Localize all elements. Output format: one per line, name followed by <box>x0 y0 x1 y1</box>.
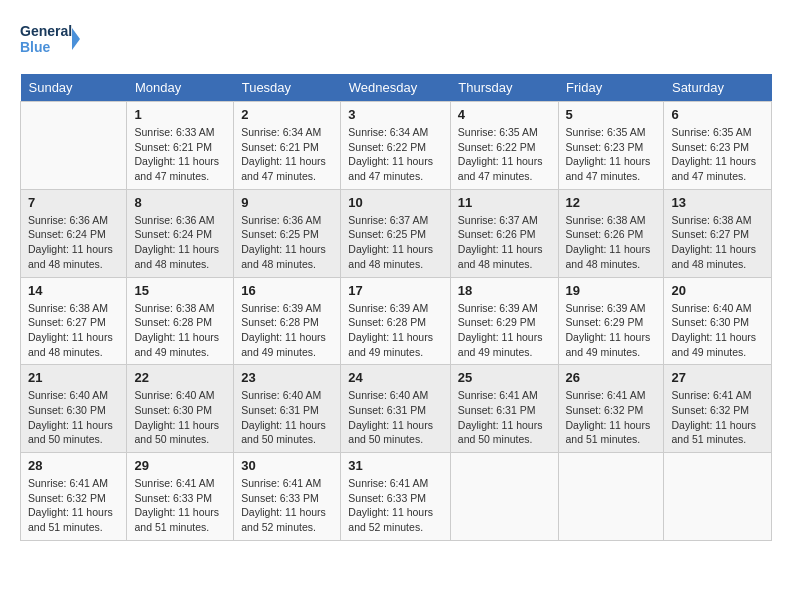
calendar-cell: 24 Sunrise: 6:40 AM Sunset: 6:31 PM Dayl… <box>341 365 450 453</box>
day-info: Sunrise: 6:40 AM Sunset: 6:30 PM Dayligh… <box>671 301 764 360</box>
sunset-text: Sunset: 6:30 PM <box>134 404 212 416</box>
day-info: Sunrise: 6:40 AM Sunset: 6:31 PM Dayligh… <box>241 388 333 447</box>
calendar-cell: 5 Sunrise: 6:35 AM Sunset: 6:23 PM Dayli… <box>558 102 664 190</box>
daylight-text: Daylight: 11 hours and 50 minutes. <box>28 419 113 446</box>
day-number: 18 <box>458 283 551 298</box>
daylight-text: Daylight: 11 hours and 48 minutes. <box>458 243 543 270</box>
sunset-text: Sunset: 6:27 PM <box>28 316 106 328</box>
sunrise-text: Sunrise: 6:41 AM <box>241 477 321 489</box>
day-info: Sunrise: 6:35 AM Sunset: 6:22 PM Dayligh… <box>458 125 551 184</box>
day-number: 13 <box>671 195 764 210</box>
day-info: Sunrise: 6:35 AM Sunset: 6:23 PM Dayligh… <box>671 125 764 184</box>
daylight-text: Daylight: 11 hours and 47 minutes. <box>566 155 651 182</box>
daylight-text: Daylight: 11 hours and 49 minutes. <box>241 331 326 358</box>
calendar-cell: 15 Sunrise: 6:38 AM Sunset: 6:28 PM Dayl… <box>127 277 234 365</box>
calendar-cell: 4 Sunrise: 6:35 AM Sunset: 6:22 PM Dayli… <box>450 102 558 190</box>
sunset-text: Sunset: 6:25 PM <box>241 228 319 240</box>
day-info: Sunrise: 6:37 AM Sunset: 6:26 PM Dayligh… <box>458 213 551 272</box>
daylight-text: Daylight: 11 hours and 48 minutes. <box>134 243 219 270</box>
day-info: Sunrise: 6:40 AM Sunset: 6:30 PM Dayligh… <box>28 388 119 447</box>
daylight-text: Daylight: 11 hours and 50 minutes. <box>348 419 433 446</box>
svg-marker-2 <box>72 28 80 50</box>
calendar-week-4: 21 Sunrise: 6:40 AM Sunset: 6:30 PM Dayl… <box>21 365 772 453</box>
sunrise-text: Sunrise: 6:33 AM <box>134 126 214 138</box>
day-info: Sunrise: 6:41 AM Sunset: 6:32 PM Dayligh… <box>566 388 657 447</box>
logo-svg: General Blue <box>20 20 80 58</box>
sunrise-text: Sunrise: 6:36 AM <box>28 214 108 226</box>
day-number: 7 <box>28 195 119 210</box>
sunset-text: Sunset: 6:33 PM <box>134 492 212 504</box>
day-number: 29 <box>134 458 226 473</box>
sunrise-text: Sunrise: 6:36 AM <box>134 214 214 226</box>
calendar-cell: 29 Sunrise: 6:41 AM Sunset: 6:33 PM Dayl… <box>127 453 234 541</box>
day-number: 16 <box>241 283 333 298</box>
calendar-cell: 12 Sunrise: 6:38 AM Sunset: 6:26 PM Dayl… <box>558 189 664 277</box>
sunset-text: Sunset: 6:32 PM <box>671 404 749 416</box>
day-info: Sunrise: 6:38 AM Sunset: 6:27 PM Dayligh… <box>671 213 764 272</box>
day-number: 5 <box>566 107 657 122</box>
day-info: Sunrise: 6:38 AM Sunset: 6:27 PM Dayligh… <box>28 301 119 360</box>
day-number: 19 <box>566 283 657 298</box>
calendar-week-2: 7 Sunrise: 6:36 AM Sunset: 6:24 PM Dayli… <box>21 189 772 277</box>
day-info: Sunrise: 6:33 AM Sunset: 6:21 PM Dayligh… <box>134 125 226 184</box>
daylight-text: Daylight: 11 hours and 49 minutes. <box>566 331 651 358</box>
sunrise-text: Sunrise: 6:40 AM <box>28 389 108 401</box>
sunset-text: Sunset: 6:22 PM <box>458 141 536 153</box>
sunset-text: Sunset: 6:22 PM <box>348 141 426 153</box>
sunset-text: Sunset: 6:26 PM <box>458 228 536 240</box>
daylight-text: Daylight: 11 hours and 48 minutes. <box>241 243 326 270</box>
sunrise-text: Sunrise: 6:39 AM <box>241 302 321 314</box>
logo: General Blue <box>20 20 80 58</box>
day-info: Sunrise: 6:39 AM Sunset: 6:28 PM Dayligh… <box>348 301 442 360</box>
day-number: 26 <box>566 370 657 385</box>
sunset-text: Sunset: 6:26 PM <box>566 228 644 240</box>
sunrise-text: Sunrise: 6:41 AM <box>566 389 646 401</box>
daylight-text: Daylight: 11 hours and 52 minutes. <box>348 506 433 533</box>
calendar-cell: 6 Sunrise: 6:35 AM Sunset: 6:23 PM Dayli… <box>664 102 772 190</box>
day-info: Sunrise: 6:41 AM Sunset: 6:31 PM Dayligh… <box>458 388 551 447</box>
calendar-cell: 1 Sunrise: 6:33 AM Sunset: 6:21 PM Dayli… <box>127 102 234 190</box>
calendar-cell: 30 Sunrise: 6:41 AM Sunset: 6:33 PM Dayl… <box>234 453 341 541</box>
sunrise-text: Sunrise: 6:38 AM <box>28 302 108 314</box>
calendar-week-1: 1 Sunrise: 6:33 AM Sunset: 6:21 PM Dayli… <box>21 102 772 190</box>
daylight-text: Daylight: 11 hours and 48 minutes. <box>566 243 651 270</box>
daylight-text: Daylight: 11 hours and 47 minutes. <box>241 155 326 182</box>
sunset-text: Sunset: 6:30 PM <box>28 404 106 416</box>
sunrise-text: Sunrise: 6:39 AM <box>348 302 428 314</box>
day-info: Sunrise: 6:41 AM Sunset: 6:32 PM Dayligh… <box>671 388 764 447</box>
sunset-text: Sunset: 6:31 PM <box>348 404 426 416</box>
sunset-text: Sunset: 6:23 PM <box>566 141 644 153</box>
sunset-text: Sunset: 6:32 PM <box>28 492 106 504</box>
calendar-cell: 25 Sunrise: 6:41 AM Sunset: 6:31 PM Dayl… <box>450 365 558 453</box>
daylight-text: Daylight: 11 hours and 47 minutes. <box>348 155 433 182</box>
daylight-text: Daylight: 11 hours and 49 minutes. <box>671 331 756 358</box>
daylight-text: Daylight: 11 hours and 47 minutes. <box>671 155 756 182</box>
weekday-header-friday: Friday <box>558 74 664 102</box>
calendar-cell: 21 Sunrise: 6:40 AM Sunset: 6:30 PM Dayl… <box>21 365 127 453</box>
day-info: Sunrise: 6:39 AM Sunset: 6:28 PM Dayligh… <box>241 301 333 360</box>
sunset-text: Sunset: 6:31 PM <box>241 404 319 416</box>
day-info: Sunrise: 6:39 AM Sunset: 6:29 PM Dayligh… <box>566 301 657 360</box>
sunset-text: Sunset: 6:24 PM <box>134 228 212 240</box>
sunrise-text: Sunrise: 6:40 AM <box>134 389 214 401</box>
day-number: 22 <box>134 370 226 385</box>
weekday-header-wednesday: Wednesday <box>341 74 450 102</box>
day-number: 27 <box>671 370 764 385</box>
sunrise-text: Sunrise: 6:38 AM <box>566 214 646 226</box>
day-number: 24 <box>348 370 442 385</box>
day-number: 21 <box>28 370 119 385</box>
calendar-cell: 28 Sunrise: 6:41 AM Sunset: 6:32 PM Dayl… <box>21 453 127 541</box>
day-info: Sunrise: 6:38 AM Sunset: 6:26 PM Dayligh… <box>566 213 657 272</box>
sunset-text: Sunset: 6:25 PM <box>348 228 426 240</box>
day-info: Sunrise: 6:39 AM Sunset: 6:29 PM Dayligh… <box>458 301 551 360</box>
calendar-cell: 8 Sunrise: 6:36 AM Sunset: 6:24 PM Dayli… <box>127 189 234 277</box>
daylight-text: Daylight: 11 hours and 50 minutes. <box>458 419 543 446</box>
day-info: Sunrise: 6:36 AM Sunset: 6:24 PM Dayligh… <box>28 213 119 272</box>
daylight-text: Daylight: 11 hours and 49 minutes. <box>458 331 543 358</box>
daylight-text: Daylight: 11 hours and 50 minutes. <box>241 419 326 446</box>
day-info: Sunrise: 6:34 AM Sunset: 6:22 PM Dayligh… <box>348 125 442 184</box>
sunrise-text: Sunrise: 6:40 AM <box>671 302 751 314</box>
page-header: General Blue <box>20 20 772 58</box>
calendar-cell: 9 Sunrise: 6:36 AM Sunset: 6:25 PM Dayli… <box>234 189 341 277</box>
calendar-cell: 27 Sunrise: 6:41 AM Sunset: 6:32 PM Dayl… <box>664 365 772 453</box>
